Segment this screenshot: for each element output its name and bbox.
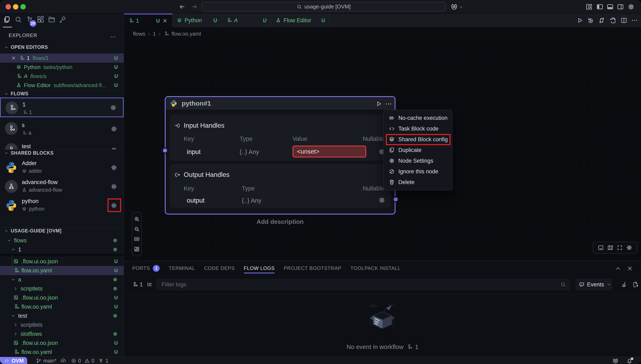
events-dropdown[interactable]: Events: [575, 279, 612, 290]
editor-tab-Flow Editor[interactable]: Flow Editor U: [271, 14, 330, 27]
panel-tab-flow-logs[interactable]: FLOW LOGS: [244, 261, 275, 276]
panel-tab-ports[interactable]: PORTS1: [132, 261, 160, 276]
breadcrumb-item[interactable]: flows: [133, 31, 145, 37]
flow-node-python1[interactable]: python#1 Input Handles Key Type Value Nu…: [165, 96, 395, 214]
tree-item-.flow.ui.oo.json[interactable]: .flow.ui.oo.jsonU: [0, 257, 124, 266]
node-run-icon[interactable]: [375, 100, 382, 107]
open-editor-item[interactable]: Aflows/aU: [0, 72, 124, 81]
tree-item-.flow.ui.oo.json[interactable]: .flow.ui.oo.jsonU: [0, 338, 124, 348]
ports-status[interactable]: 1: [98, 357, 108, 364]
workflow-ref[interactable]: 1: [140, 282, 143, 288]
customize-layout-icon[interactable]: [585, 3, 593, 10]
node-output-handle[interactable]: [393, 196, 399, 202]
export-logs-icon[interactable]: [632, 281, 639, 288]
open-changes-icon[interactable]: [609, 17, 616, 24]
open-editor-item[interactable]: 1flows/1U: [0, 54, 124, 62]
tab-close-icon[interactable]: [162, 18, 168, 24]
toggle-bottombar-icon[interactable]: [597, 244, 604, 251]
log-level-icon[interactable]: [147, 282, 153, 288]
flow-item-1[interactable]: 1 1: [0, 98, 124, 117]
activity-secrets-icon[interactable]: [59, 16, 66, 24]
shared-block-Adder[interactable]: Adder adder: [0, 159, 124, 176]
compare-changes-icon[interactable]: [598, 17, 605, 24]
tree-item-a[interactable]: a: [0, 275, 124, 284]
output-gear-icon[interactable]: [378, 196, 386, 204]
activity-folders-icon[interactable]: [48, 16, 56, 24]
fullscreen-icon[interactable]: [616, 244, 623, 251]
node-input-handle[interactable]: [162, 148, 168, 154]
menu-item-delete[interactable]: Delete: [384, 177, 452, 188]
split-editor-icon[interactable]: [620, 17, 627, 24]
clear-logs-icon[interactable]: [621, 281, 628, 288]
panel-tab-terminal[interactable]: TERMINAL: [169, 261, 195, 276]
remote-indicator[interactable]: OVM: [0, 357, 27, 364]
activity-extensions-icon[interactable]: [37, 16, 45, 24]
command-center-search[interactable]: usage-guide [OVM]: [201, 2, 446, 12]
git-branch-status[interactable]: main*: [36, 357, 66, 364]
flows-header[interactable]: FLOWS: [0, 91, 124, 96]
editor-tab-1[interactable]: 1 U: [124, 14, 173, 27]
zoom-out-icon[interactable]: [134, 226, 140, 232]
minimize-window-button[interactable]: [13, 4, 18, 10]
toggle-panel-icon[interactable]: [606, 3, 614, 10]
panel-maximize-icon[interactable]: [615, 265, 621, 272]
menu-item-node-settings[interactable]: Node Settings: [384, 156, 452, 166]
layout-icon[interactable]: [134, 246, 140, 252]
mascot-chevron-icon[interactable]: [459, 5, 463, 9]
run-icon[interactable]: [576, 17, 583, 24]
mascot-status-icon[interactable]: [612, 358, 619, 364]
forward-icon[interactable]: [191, 4, 198, 10]
fit-view-icon[interactable]: [134, 236, 140, 242]
open-editor-item[interactable]: Flow Editorsubflows/advanced-fl...U: [0, 81, 124, 90]
tree-item-scriptlets[interactable]: scriptlets: [0, 320, 124, 330]
canvas-settings-icon[interactable]: [626, 244, 632, 251]
editor-more-icon[interactable]: [631, 17, 638, 24]
tree-item-.flow.ui.oo.json[interactable]: .flow.ui.oo.jsonU: [0, 293, 124, 302]
toggle-secondary-sidebar-icon[interactable]: [617, 3, 624, 10]
back-icon[interactable]: [179, 4, 185, 10]
panel-tab-toolpack-install[interactable]: TOOLPACK INSTALL: [350, 261, 401, 276]
node-header[interactable]: python#1: [166, 97, 395, 110]
explorer-more-icon[interactable]: [110, 34, 116, 40]
tree-item-flows[interactable]: flows: [0, 236, 124, 245]
add-description-button[interactable]: Add description: [239, 218, 321, 225]
activity-explorer-icon[interactable]: [3, 16, 11, 24]
input-value-unset[interactable]: <unset>: [292, 146, 366, 158]
open-editors-header[interactable]: OPEN EDITORS: [0, 44, 124, 50]
breadcrumb-item[interactable]: 1: [153, 31, 156, 37]
tree-item-1[interactable]: 1: [0, 245, 124, 254]
menu-item-duplicate[interactable]: Duplicate: [384, 145, 452, 156]
zoom-in-icon[interactable]: [134, 216, 140, 222]
mascot-icon[interactable]: [450, 3, 458, 11]
panel-tab-code-deps[interactable]: CODE DEPS: [204, 261, 235, 276]
menu-item-ignore-this-node[interactable]: Ignore this node: [384, 166, 452, 177]
shared-block-advanced-flow[interactable]: advanced-flow advanced-flow: [0, 178, 124, 195]
project-header[interactable]: USAGE-GUIDE [OVM]: [0, 228, 124, 234]
tree-item-slotflows[interactable]: slotflows: [0, 330, 124, 338]
shared-blocks-header[interactable]: SHARED BLOCKS: [0, 150, 124, 156]
tree-item-scriptlets[interactable]: scriptlets: [0, 284, 124, 293]
editor-tab-A[interactable]: A U: [222, 14, 271, 27]
close-window-button[interactable]: [6, 4, 11, 10]
menu-item-task-block-code[interactable]: Task Block code: [384, 123, 452, 134]
panel-tab-project-bootstrap[interactable]: PROJECT BOOTSTRAP: [284, 261, 341, 276]
tree-item-test[interactable]: test: [0, 311, 124, 320]
menu-item-no-cache-execution[interactable]: No-cache execution: [384, 112, 452, 123]
shared-block-python[interactable]: python python: [0, 197, 124, 214]
flow-canvas[interactable]: python#1 Input Handles Key Type Value Nu…: [124, 40, 641, 261]
flow-item-s[interactable]: s a: [0, 119, 124, 138]
panel-close-icon[interactable]: [626, 265, 633, 272]
tree-item-flow.oo.yaml[interactable]: flow.oo.yamlU: [0, 266, 124, 275]
breadcrumb-item[interactable]: flow.oo.yaml: [172, 31, 201, 37]
tree-item-flow.oo.yaml[interactable]: flow.oo.yamlU: [0, 348, 124, 356]
maximize-window-button[interactable]: [21, 4, 26, 10]
flow-item-test[interactable]: test: [0, 140, 124, 150]
open-editor-item[interactable]: Pythontasks/pythonU: [0, 62, 124, 72]
rerun-icon[interactable]: [587, 17, 594, 24]
settings-gear-icon[interactable]: [627, 3, 635, 10]
breadcrumb[interactable]: flows›1›flow.oo.yaml: [124, 27, 641, 40]
node-more-icon[interactable]: [385, 100, 392, 108]
filter-logs-input[interactable]: Filter logs: [156, 279, 570, 290]
minimap-icon[interactable]: [607, 244, 613, 251]
problems-status[interactable]: 0 0: [71, 357, 94, 364]
